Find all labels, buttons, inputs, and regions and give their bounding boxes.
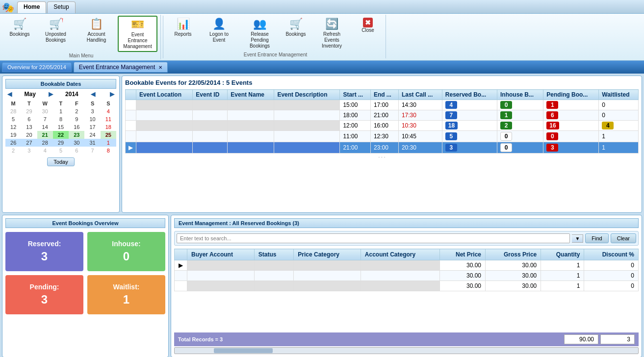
cal-day[interactable]: 8 <box>53 115 69 123</box>
ribbon-btn-release[interactable]: 👥 Release Pending Bookings <box>240 16 279 51</box>
tab-home[interactable]: Home <box>17 1 46 13</box>
search-input[interactable] <box>177 233 570 243</box>
tab-setup[interactable]: Setup <box>47 1 75 13</box>
cal-day[interactable]: 20 <box>21 131 37 139</box>
cal-day[interactable]: 8 <box>101 147 116 154</box>
ribbon-btn-logon[interactable]: 👤 Logon to Event <box>200 16 238 51</box>
table-row[interactable]: ▶ 30.00 30.00 1 0 <box>175 260 639 271</box>
events-th-desc[interactable]: Event Description <box>274 90 340 100</box>
cal-day[interactable]: 24 <box>84 131 100 139</box>
cal-day[interactable]: 7 <box>84 147 100 154</box>
bk-th-price-cat[interactable]: Price Category <box>294 249 361 260</box>
scrollbar-thumb[interactable] <box>214 348 273 353</box>
cal-day[interactable]: 29 <box>53 139 69 147</box>
events-th-pending[interactable]: Pending Boo... <box>543 90 599 100</box>
ribbon-btn-account[interactable]: 📋 Account Handling <box>77 16 116 52</box>
cal-day[interactable]: 5 <box>53 147 69 154</box>
cal-day[interactable]: 13 <box>21 123 37 131</box>
cal-day[interactable]: 4 <box>101 107 116 115</box>
bk-th-acct-cat[interactable]: Account Category <box>361 249 440 260</box>
cal-day[interactable]: 14 <box>37 123 53 131</box>
table-row[interactable]: 30.00 30.00 1 0 <box>175 281 639 291</box>
cal-day[interactable]: 28 <box>37 139 53 147</box>
cal-day[interactable]: 19 <box>5 131 21 139</box>
cal-day[interactable]: 10 <box>84 115 100 123</box>
nav-tab-close-icon[interactable]: ✕ <box>158 65 162 70</box>
table-row[interactable]: ▶ 21:00 23:00 20:30 3 0 3 1 <box>126 142 639 153</box>
cal-day[interactable]: 12 <box>5 123 21 131</box>
events-th-start[interactable]: Start ... <box>340 90 371 100</box>
cal-day[interactable]: 27 <box>21 139 37 147</box>
bk-th-status[interactable]: Status <box>254 249 294 260</box>
cal-next-month[interactable]: ▶ <box>47 91 55 98</box>
bookings-table-wrap[interactable]: Buyer Account Status Price Category Acco… <box>174 249 639 331</box>
cal-day[interactable]: 4 <box>37 147 53 154</box>
events-th-name[interactable]: Event Name <box>228 90 274 100</box>
find-button[interactable]: Find <box>585 233 608 243</box>
cal-day[interactable]: 31 <box>84 139 100 147</box>
cal-day[interactable]: 7 <box>37 115 53 123</box>
events-table-wrap[interactable]: Event Location Event ID Event Name Event… <box>125 89 639 153</box>
cal-day[interactable]: 2 <box>69 107 84 115</box>
bk-th-net[interactable]: Net Price <box>440 249 486 260</box>
events-th-lastcall[interactable]: Last Call ... <box>398 90 442 100</box>
cal-day[interactable]: 1 <box>101 139 116 147</box>
cal-day[interactable]: 26 <box>5 139 21 147</box>
cal-prev[interactable]: ◀ <box>5 91 14 98</box>
events-th-location[interactable]: Event Location <box>136 90 193 100</box>
cal-day[interactable]: 1 <box>53 107 69 115</box>
ribbon-btn-event-entrance[interactable]: 🎫 Event Entrance Management <box>118 16 157 52</box>
cal-day[interactable]: 11 <box>101 115 116 123</box>
horizontal-scrollbar[interactable] <box>174 347 639 354</box>
cal-day[interactable]: 17 <box>84 123 100 131</box>
bk-th-discount[interactable]: Discount % <box>584 249 639 260</box>
clear-button[interactable]: Clear <box>611 233 636 243</box>
table-row[interactable]: 30.00 30.00 1 0 <box>175 271 639 281</box>
cal-day[interactable]: 18 <box>101 123 116 131</box>
cal-day[interactable]: 30 <box>37 107 53 115</box>
ribbon-btn-close[interactable]: ✖ Close <box>353 16 383 51</box>
events-th-reserved[interactable]: Reserved Bo... <box>442 90 497 100</box>
search-input-dropdown[interactable]: ▼ <box>572 234 583 243</box>
cal-day[interactable]: 29 <box>21 107 37 115</box>
table-row[interactable]: 18:00 21:00 17:30 7 1 6 0 <box>126 110 639 121</box>
cal-day[interactable]: 3 <box>84 107 100 115</box>
events-th-end[interactable]: End ... <box>370 90 398 100</box>
cal-day[interactable]: 6 <box>21 115 37 123</box>
events-th-id[interactable]: Event ID <box>193 90 228 100</box>
cal-next-year[interactable]: ▶ <box>108 91 116 98</box>
bk-th-gross[interactable]: Gross Price <box>486 249 541 260</box>
ribbon-btn-bookings[interactable]: 🛒 Bookings <box>5 16 34 52</box>
ribbon-btn-refresh[interactable]: 🔄 Refresh Events Inventory <box>312 16 351 51</box>
bookings-overview-panel: Event Bookings Overview Reserved: 3 Inho… <box>2 215 169 357</box>
cal-day[interactable]: 5 <box>5 115 21 123</box>
cal-day[interactable]: 23 <box>69 131 84 139</box>
bk-th-buyer[interactable]: Buyer Account <box>187 249 255 260</box>
ribbon-btn-bookings2[interactable]: 🛒 Bookings <box>281 16 310 51</box>
ribbon-btn-reports[interactable]: 📊 Reports <box>168 16 198 51</box>
cal-day[interactable]: 16 <box>69 123 84 131</box>
nav-tab-eem[interactable]: Event Entrance Management ✕ <box>74 62 168 73</box>
cal-day[interactable]: 25 <box>101 131 116 139</box>
cal-day[interactable]: 30 <box>69 139 84 147</box>
bk-th-qty[interactable]: Quantity <box>541 249 584 260</box>
cal-prev-year[interactable]: ◀ <box>89 91 97 98</box>
nav-tab-overview[interactable]: Overview for 22/05/2014 <box>2 62 72 72</box>
bk-gross: 30.00 <box>486 281 541 291</box>
stat-inhouse-value: 0 <box>123 250 129 263</box>
cal-day[interactable]: 3 <box>21 147 37 154</box>
cal-day[interactable]: 22 <box>53 131 69 139</box>
table-row[interactable]: 15:00 17:00 14:30 4 0 1 0 <box>126 100 639 110</box>
cal-day[interactable]: 2 <box>5 147 21 154</box>
cal-day[interactable]: 6 <box>69 147 84 154</box>
events-th-inhouse[interactable]: Inhouse B... <box>497 90 543 100</box>
cal-day[interactable]: 15 <box>53 123 69 131</box>
ribbon-btn-unposted[interactable]: 🛒! Unposted Bookings <box>36 16 75 52</box>
cal-day[interactable]: 9 <box>69 115 84 123</box>
table-row[interactable]: 11:00 12:30 10:45 5 0 0 1 <box>126 131 639 142</box>
today-button[interactable]: Today <box>47 157 74 166</box>
events-th-waitlisted[interactable]: Waitlisted <box>599 90 639 100</box>
cal-day[interactable]: 21 <box>37 131 53 139</box>
table-row[interactable]: 12:00 16:00 10:30 18 2 16 4 <box>126 121 639 131</box>
cal-day[interactable]: 28 <box>5 107 21 115</box>
